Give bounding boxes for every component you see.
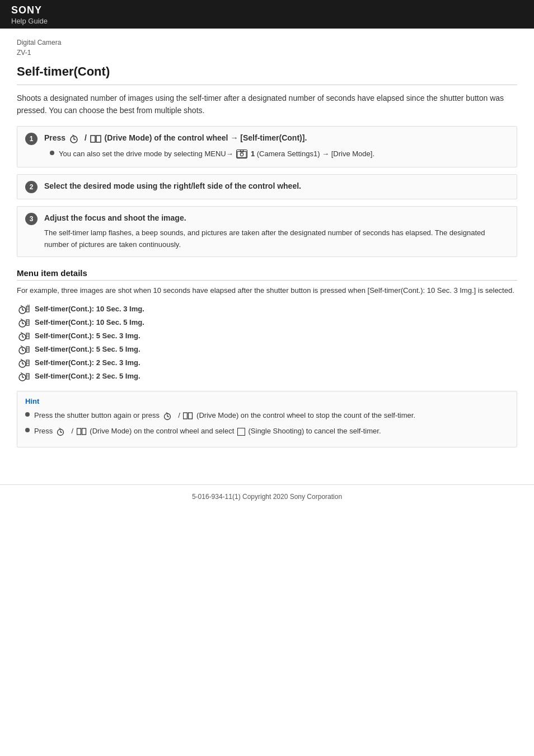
menu-section-desc: For example, three images are shot when … bbox=[17, 285, 517, 297]
step-1-main: Press / bbox=[44, 132, 509, 144]
hint-box: Hint Press the shutter button again or p… bbox=[17, 391, 517, 448]
timer-icon-2 bbox=[17, 317, 30, 328]
timer-icon-5 bbox=[17, 357, 30, 368]
step-1-sub-text: You can also set the drive mode by selec… bbox=[59, 148, 374, 160]
svg-line-70 bbox=[59, 428, 60, 429]
breadcrumb-device: Digital Camera bbox=[17, 39, 61, 46]
hint-item-2: Press / (Driv bbox=[25, 426, 509, 437]
svg-rect-8 bbox=[241, 150, 243, 152]
svg-rect-64 bbox=[184, 413, 188, 419]
timer-icon-3 bbox=[17, 330, 30, 342]
svg-line-55 bbox=[21, 372, 22, 374]
brand-logo: SONY bbox=[11, 4, 523, 16]
svg-line-39 bbox=[21, 346, 22, 347]
step-1-sub: You can also set the drive mode by selec… bbox=[44, 148, 509, 160]
menu-section-title: Menu item details bbox=[17, 268, 517, 281]
footer-copyright: 5-016-934-11(1) Copyright 2020 Sony Corp… bbox=[192, 493, 342, 501]
step-2-number: 2 bbox=[25, 181, 38, 193]
step-3-body: The self-timer lamp flashes, a beep soun… bbox=[44, 227, 509, 251]
hint-item-2-text: Press / (Driv bbox=[34, 426, 381, 437]
page-description: Shoots a designated number of images usi… bbox=[17, 92, 517, 117]
timer-icon-4 bbox=[17, 344, 30, 355]
step-1-press-label: Press bbox=[44, 133, 68, 142]
hint-burst-icon-2 bbox=[77, 426, 87, 437]
hint-burst-icon-1 bbox=[183, 410, 193, 422]
hint-item-1: Press the shutter button again or press … bbox=[25, 410, 509, 421]
svg-line-4 bbox=[72, 135, 74, 136]
step-3-number: 3 bbox=[25, 213, 38, 225]
page-title: Self-timer(Cont) bbox=[17, 64, 517, 85]
menu-item-4-label: Self-timer(Cont.): 5 Sec. 5 Img. bbox=[35, 345, 140, 353]
hint-item-1-text: Press the shutter button again or press … bbox=[34, 410, 415, 421]
menu-item-2: Self-timer(Cont.): 10 Sec. 5 Img. bbox=[17, 317, 517, 328]
svg-rect-7 bbox=[237, 152, 246, 158]
breadcrumb-model: ZV-1 bbox=[17, 49, 31, 57]
svg-rect-40 bbox=[26, 347, 29, 352]
steps-container: 1 Press / bbox=[17, 126, 517, 257]
menu-item-3: Self-timer(Cont.): 5 Sec. 3 Img. bbox=[17, 330, 517, 342]
hint-drive-icon-2 bbox=[56, 426, 68, 437]
svg-line-47 bbox=[21, 359, 22, 360]
drive-mode-icon bbox=[69, 133, 81, 144]
svg-rect-6 bbox=[96, 136, 101, 142]
menu-item-6: Self-timer(Cont.): 2 Sec. 5 Img. bbox=[17, 371, 517, 382]
step-2: 2 Select the desired mode using the righ… bbox=[17, 174, 517, 199]
svg-rect-48 bbox=[26, 360, 29, 366]
timer-icon-1: 10 bbox=[17, 304, 30, 315]
menu-item-2-label: Self-timer(Cont.): 10 Sec. 5 Img. bbox=[35, 318, 144, 326]
camera-settings-icon bbox=[236, 150, 247, 158]
svg-rect-72 bbox=[82, 428, 86, 435]
menu-item-5-label: Self-timer(Cont.): 2 Sec. 3 Img. bbox=[35, 358, 140, 367]
drive-burst-icon bbox=[90, 133, 101, 144]
menu-item-3-label: Self-timer(Cont.): 5 Sec. 3 Img. bbox=[35, 332, 140, 340]
menu-item-1: 10 Self-timer(Cont.): 10 Sec. 3 Img. bbox=[17, 304, 517, 315]
hint-bullet-1 bbox=[25, 412, 30, 417]
svg-text:10: 10 bbox=[27, 304, 30, 306]
breadcrumb: Digital Camera ZV-1 bbox=[17, 38, 517, 58]
svg-rect-24 bbox=[26, 320, 29, 325]
svg-rect-15 bbox=[26, 306, 29, 312]
svg-rect-56 bbox=[26, 374, 29, 379]
svg-rect-65 bbox=[189, 413, 193, 419]
menu-items-list: 10 Self-timer(Cont.): 10 Sec. 3 Img. bbox=[17, 304, 517, 382]
svg-line-14 bbox=[21, 305, 22, 306]
step-1-number: 1 bbox=[25, 133, 38, 145]
menu-item-5: Self-timer(Cont.): 2 Sec. 3 Img. bbox=[17, 357, 517, 368]
menu-item-6-label: Self-timer(Cont.): 2 Sec. 5 Img. bbox=[35, 372, 140, 380]
menu-item-4: Self-timer(Cont.): 5 Sec. 5 Img. bbox=[17, 344, 517, 355]
hint-bullet-2 bbox=[25, 428, 30, 432]
svg-rect-32 bbox=[26, 333, 29, 339]
step-1: 1 Press / bbox=[17, 126, 517, 168]
hint-drive-icon-1 bbox=[163, 410, 175, 422]
svg-line-63 bbox=[166, 413, 167, 413]
page-footer: 5-016-934-11(1) Copyright 2020 Sony Corp… bbox=[0, 484, 534, 508]
step-1-sub-item: You can also set the drive mode by selec… bbox=[50, 148, 509, 160]
main-content: Digital Camera ZV-1 Self-timer(Cont) Sho… bbox=[0, 29, 534, 468]
step-1-slash: / bbox=[85, 133, 89, 142]
hint-single-shoot-icon bbox=[237, 428, 245, 436]
bullet-icon bbox=[50, 151, 54, 155]
svg-line-23 bbox=[21, 319, 22, 320]
menu-item-1-label: Self-timer(Cont.): 10 Sec. 3 Img. bbox=[35, 305, 144, 313]
step-1-content: Press / bbox=[44, 132, 509, 162]
hint-title: Hint bbox=[25, 397, 509, 405]
step-3: 3 Adjust the focus and shoot the image. … bbox=[17, 206, 517, 257]
timer-icon-6 bbox=[17, 371, 30, 382]
page-header: SONY Help Guide bbox=[0, 0, 534, 29]
step-2-content: Select the desired mode using the right/… bbox=[44, 180, 509, 192]
svg-line-31 bbox=[21, 332, 22, 333]
svg-rect-5 bbox=[91, 136, 95, 142]
step-3-main: Adjust the focus and shoot the image. bbox=[44, 212, 509, 224]
step-2-main: Select the desired mode using the right/… bbox=[44, 180, 509, 192]
step-3-content: Adjust the focus and shoot the image. Th… bbox=[44, 212, 509, 251]
svg-point-9 bbox=[241, 153, 243, 156]
svg-rect-71 bbox=[77, 428, 81, 435]
header-subtitle: Help Guide bbox=[11, 17, 523, 25]
step-1-text: (Drive Mode) of the control wheel → [Sel… bbox=[105, 133, 307, 142]
